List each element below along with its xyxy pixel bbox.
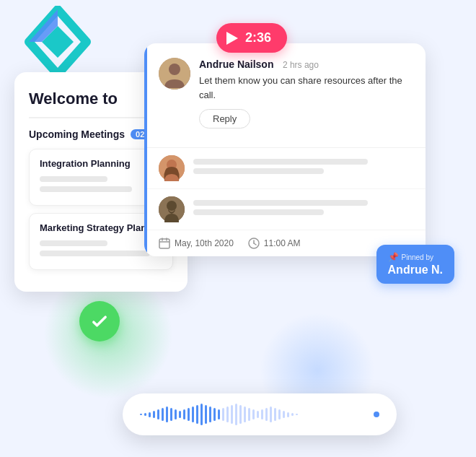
comment-text: Let them know you can share resources af… — [199, 74, 411, 102]
waveform-bar-32 — [278, 409, 281, 419]
reply-button[interactable]: Reply — [199, 109, 250, 129]
svg-line-12 — [254, 243, 256, 245]
pinned-by-label: 📌 Pinned by — [388, 252, 433, 262]
waveform-bar-34 — [287, 412, 289, 417]
waveform-bar-10 — [183, 409, 185, 419]
thread-item-2 — [144, 189, 426, 230]
waveform-bar-3 — [153, 411, 155, 418]
comment-header: Andrue Nailson 2 hrs ago Let them know y… — [159, 58, 411, 129]
waveform-bar-25 — [248, 408, 250, 421]
waveform-bar-6 — [166, 406, 168, 422]
check-icon — [89, 311, 110, 331]
check-circle — [79, 301, 120, 341]
play-icon — [226, 32, 238, 45]
thread-line-2a — [193, 200, 368, 206]
avatar-andrue — [159, 58, 190, 90]
waveform-bar-13 — [196, 405, 198, 424]
waveform-bar-1 — [144, 413, 146, 416]
waveform-card[interactable] — [123, 393, 397, 435]
waveform-bar-2 — [149, 412, 151, 417]
waveform-bar-20 — [226, 406, 229, 422]
timer-text: 2:36 — [245, 30, 271, 45]
man2-avatar-svg — [159, 196, 185, 222]
waveform-bar-14 — [200, 404, 203, 425]
date-text: May, 10th 2020 — [175, 238, 234, 248]
waveform-bar-22 — [235, 404, 237, 425]
comment-card: Andrue Nailson 2 hrs ago Let them know y… — [144, 43, 426, 256]
svg-point-5 — [167, 201, 177, 211]
waveform-bar-0 — [140, 414, 142, 415]
waveform-bar-12 — [192, 406, 194, 422]
waveform-bar-30 — [270, 406, 272, 422]
pinned-author: Andrue N. — [388, 264, 443, 277]
waveform-bar-23 — [239, 405, 242, 424]
comment-time: 2 hrs ago — [283, 60, 319, 70]
waveform-bar-15 — [205, 405, 207, 424]
waveform-bar-19 — [222, 408, 224, 421]
waveform-bar-33 — [283, 411, 285, 418]
waveform-bar-9 — [179, 411, 181, 418]
thread-item-1 — [144, 148, 426, 189]
skeleton-1b — [40, 186, 132, 192]
logo-icon — [22, 6, 94, 78]
timer-badge[interactable]: 2:36 — [216, 23, 287, 53]
waveform-bars — [140, 404, 368, 425]
waveform-bar-18 — [218, 409, 220, 419]
skeleton-1a — [40, 176, 107, 182]
pinned-badge: 📌 Pinned by Andrue N. — [376, 245, 454, 284]
waveform-bar-11 — [188, 408, 190, 421]
waveform-bar-29 — [265, 408, 268, 421]
upcoming-label: Upcoming Meetings — [29, 129, 125, 140]
waveform-playhead — [374, 412, 379, 417]
comment-section: Andrue Nailson 2 hrs ago Let them know y… — [144, 43, 426, 148]
waveform-bar-26 — [252, 409, 255, 419]
time-item: 11:00 AM — [248, 238, 301, 249]
thread-skeleton-1 — [193, 159, 411, 178]
clock-icon — [248, 238, 260, 249]
svg-rect-6 — [159, 239, 169, 248]
waveform-bar-28 — [261, 409, 263, 419]
waveform-bar-7 — [170, 408, 172, 421]
thread-skeleton-2 — [193, 200, 411, 219]
waveform-bar-17 — [213, 408, 216, 421]
comment-meta: Andrue Nailson 2 hrs ago Let them know y… — [199, 58, 411, 129]
waveform-bar-8 — [175, 409, 177, 419]
waveform-bar-24 — [244, 406, 246, 422]
pin-icon: 📌 — [388, 252, 399, 262]
waveform-bar-36 — [296, 414, 298, 415]
waveform-bar-16 — [209, 406, 211, 422]
time-text: 11:00 AM — [264, 238, 301, 248]
thread-line-1b — [193, 168, 324, 174]
waveform-bar-35 — [291, 413, 294, 416]
andrue-avatar-svg — [159, 58, 190, 90]
commenter-name: Andrue Nailson — [199, 58, 273, 70]
waveform-bar-31 — [274, 408, 276, 421]
skeleton-2b — [40, 251, 150, 256]
skeleton-2a — [40, 240, 107, 246]
thread-line-1a — [193, 159, 368, 165]
waveform-bar-4 — [157, 409, 159, 419]
waveform-bar-27 — [257, 411, 259, 418]
thread-line-2b — [193, 209, 324, 215]
svg-point-1 — [169, 64, 180, 75]
avatar-woman — [159, 155, 185, 181]
date-item: May, 10th 2020 — [159, 238, 234, 249]
woman-avatar-svg — [159, 155, 185, 181]
waveform-bar-21 — [231, 405, 233, 424]
waveform-bar-5 — [162, 408, 164, 421]
avatar-man2 — [159, 196, 185, 222]
calendar-icon — [159, 238, 170, 249]
